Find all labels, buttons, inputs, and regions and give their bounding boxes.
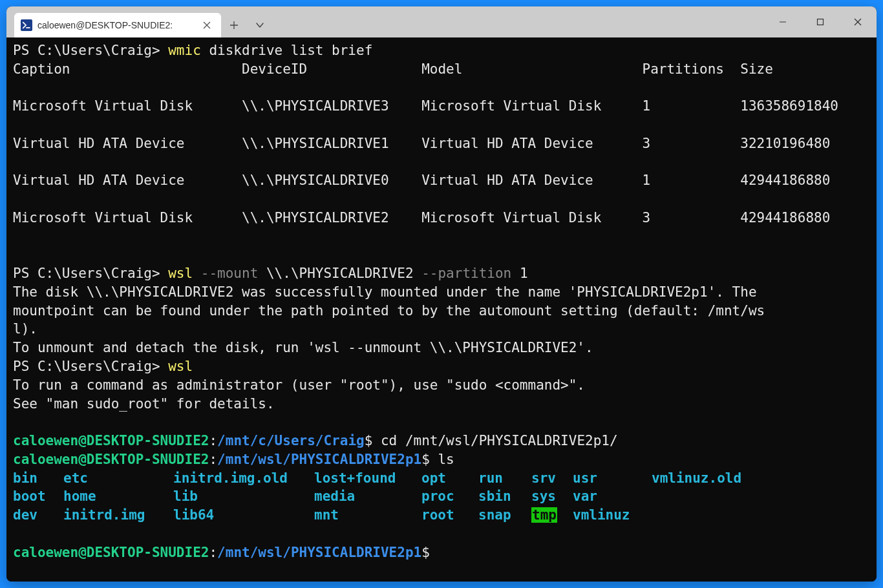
- ls-entry: sbin: [478, 487, 531, 506]
- ls-entry: mnt: [314, 506, 421, 525]
- titlebar-spacer: [273, 6, 764, 37]
- window-controls: [764, 6, 877, 37]
- terminal-window: caloewen@DESKTOP-SNUDIE2:: [6, 6, 877, 582]
- sudo-hint: To run a command as administrator (user …: [13, 377, 585, 412]
- ls-entry: root: [421, 506, 478, 525]
- cmd-wsl: wsl: [168, 266, 193, 281]
- ps-prompt: PS C:\Users\Craig>: [13, 359, 168, 374]
- cmd-cd: cd /mnt/wsl/PHYSICALDRIVE2p1/: [372, 433, 617, 448]
- tab-active[interactable]: caloewen@DESKTOP-SNUDIE2:: [14, 13, 221, 37]
- ls-entry: srv: [531, 469, 573, 488]
- ps-prompt: PS C:\Users\Craig>: [13, 43, 168, 58]
- bash-userhost: caloewen@DESKTOP-SNUDIE2: [13, 433, 209, 448]
- ls-entry: lost+found: [314, 469, 421, 488]
- bash-userhost: caloewen@DESKTOP-SNUDIE2: [13, 452, 209, 467]
- cmd-wmic-args: diskdrive list brief: [201, 43, 373, 58]
- close-window-button[interactable]: [839, 6, 877, 37]
- bash-userhost: caloewen@DESKTOP-SNUDIE2: [13, 545, 209, 560]
- tab-dropdown-button[interactable]: [247, 13, 273, 37]
- ls-entry: etc: [63, 469, 173, 488]
- titlebar: caloewen@DESKTOP-SNUDIE2:: [6, 6, 877, 37]
- ls-entry: sys: [531, 487, 573, 506]
- mount-output: The disk \\.\PHYSICALDRIVE2 was successf…: [13, 284, 765, 355]
- minimize-button[interactable]: [764, 6, 802, 37]
- cmd-flag-partition: --partition: [414, 266, 512, 281]
- ls-entry: var: [573, 487, 652, 506]
- svg-rect-6: [818, 19, 824, 25]
- ls-entry: initrd.img.old: [173, 469, 314, 488]
- wmic-output-table: Caption DeviceID Model Partitions Size M…: [13, 61, 838, 226]
- ls-entry: lib: [173, 487, 314, 506]
- ls-entry: run: [478, 469, 531, 488]
- new-tab-button[interactable]: [221, 13, 247, 37]
- ls-entry: tmp: [531, 506, 573, 525]
- ls-entry: proc: [421, 487, 478, 506]
- tab-title: caloewen@DESKTOP-SNUDIE2:: [37, 20, 195, 30]
- ls-entry: boot: [13, 487, 63, 506]
- ls-entry: vmlinuz: [573, 506, 652, 525]
- cmd-ls: ls: [430, 452, 454, 467]
- ls-entry: opt: [421, 469, 478, 488]
- ls-entry: vmlinuz.old: [652, 469, 741, 488]
- ls-output: binetcinitrd.img.oldlost+foundoptrunsrvu…: [13, 469, 873, 525]
- tab-close-button[interactable]: [200, 19, 213, 32]
- ls-entry: usr: [573, 469, 652, 488]
- ls-entry: media: [314, 487, 421, 506]
- terminal-viewport[interactable]: PS C:\Users\Craig> wmic diskdrive list b…: [6, 37, 877, 582]
- ls-entry: snap: [478, 506, 531, 525]
- cmd-arg-partnum: 1: [511, 266, 527, 281]
- ls-entry: initrd.img: [63, 506, 173, 525]
- tabs-area: caloewen@DESKTOP-SNUDIE2:: [6, 6, 273, 37]
- cmd-flag-mount: --mount: [193, 266, 258, 281]
- cmd-wmic: wmic: [168, 43, 201, 58]
- ls-entry: lib64: [173, 506, 314, 525]
- maximize-button[interactable]: [802, 6, 839, 37]
- ps-prompt: PS C:\Users\Craig>: [13, 266, 168, 281]
- ls-entry: home: [63, 487, 173, 506]
- bash-path: /mnt/wsl/PHYSICALDRIVE2p1: [217, 452, 421, 467]
- bash-path: /mnt/wsl/PHYSICALDRIVE2p1: [217, 545, 421, 560]
- ls-entry: dev: [13, 506, 63, 525]
- powershell-icon: [21, 19, 32, 31]
- bash-path: /mnt/c/Users/Craig: [217, 433, 365, 448]
- ls-entry: bin: [13, 469, 63, 488]
- cmd-arg-drive: \\.\PHYSICALDRIVE2: [258, 266, 413, 281]
- cmd-wsl: wsl: [168, 359, 193, 374]
